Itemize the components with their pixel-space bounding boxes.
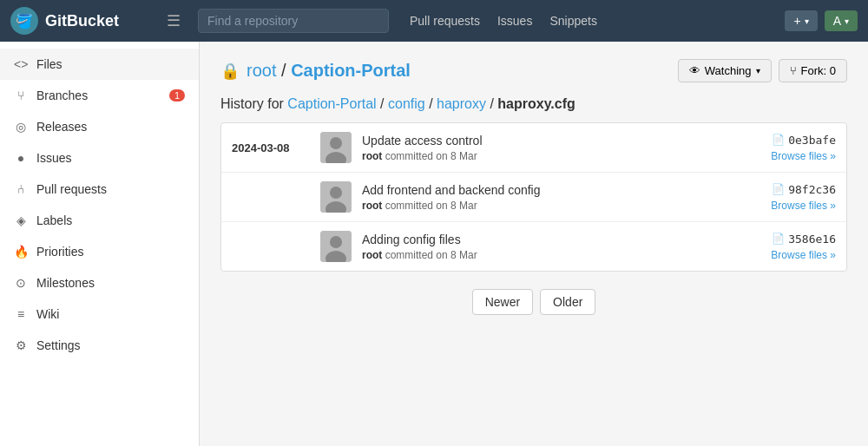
older-button[interactable]: Older [540,289,595,315]
fork-button[interactable]: ⑂ Fork: 0 [779,59,847,82]
commit-message-2: Adding config files [362,233,760,246]
avatar [320,181,352,213]
sidebar-item-files[interactable]: <> Files [0,49,199,80]
navbar: 🪣 GitBucket ☰ Pull requests Issues Snipp… [0,0,868,42]
commit-date-text-0: committed on 8 Mar [385,150,477,162]
browse-files-link-2[interactable]: Browse files » [771,249,836,261]
wiki-icon: ≡ [14,307,28,321]
commit-date-0: 2024-03-08 [232,141,310,154]
sidebar-item-releases[interactable]: ◎ Releases [0,111,199,142]
sidebar-label-files: Files [36,57,62,71]
pull-requests-icon: ⑃ [14,182,28,196]
sidebar-item-issues[interactable]: ● Issues [0,142,199,174]
avatar [320,231,352,262]
sidebar-label-pull-requests: Pull requests [36,182,107,196]
path-sep-2: / [429,96,437,111]
commit-author-1: root [362,200,382,212]
commit-date-text-1: committed on 8 Mar [385,200,477,212]
commit-info: Adding config files root committed on 8 … [362,233,760,261]
history-path-haproxy[interactable]: haproxy [437,96,486,111]
sidebar-label-issues: Issues [36,151,71,165]
sidebar-item-settings[interactable]: ⚙ Settings [0,330,199,361]
plus-label: + [793,14,800,28]
user-chevron-icon: ▾ [845,16,849,26]
history-prefix: History for [220,96,284,111]
brand-link[interactable]: 🪣 GitBucket [10,7,149,35]
commit-author-0: root [362,150,382,162]
sha-value-2: 3586e16 [788,233,836,246]
navbar-actions: + ▾ A ▾ [785,10,858,31]
nav-issues[interactable]: Issues [497,14,532,28]
brand-icon: 🪣 [10,7,38,35]
sidebar-item-milestones[interactable]: ⊙ Milestones [0,267,199,298]
sidebar-item-pull-requests[interactable]: ⑃ Pull requests [0,174,199,205]
history-path-file: haproxy.cfg [497,96,575,111]
commit-sha-2: 📄 3586e16 [772,233,836,246]
commit-author-2: root [362,249,382,261]
commit-actions-2: 📄 3586e16 Browse files » [771,233,836,261]
svg-point-4 [330,187,342,199]
sidebar-label-releases: Releases [36,120,87,134]
commit-message-0: Update access control [362,134,760,148]
branches-badge: 1 [169,89,185,102]
settings-icon: ⚙ [14,338,28,352]
commit-date-text-2: committed on 8 Mar [385,249,477,261]
avatar-image [320,181,352,213]
commit-meta-0: root committed on 8 Mar [362,150,760,162]
nav-pull-requests[interactable]: Pull requests [410,14,480,28]
sidebar-label-priorities: Priorities [36,245,83,259]
priorities-icon: 🔥 [14,245,28,259]
history-path-repo[interactable]: Caption-Portal [287,96,376,111]
avatar-image [320,231,352,262]
issues-icon: ● [14,151,28,165]
sidebar-label-milestones: Milestones [36,276,95,290]
browse-files-link-0[interactable]: Browse files » [771,150,836,162]
user-button[interactable]: A ▾ [825,10,858,31]
search-container [198,9,389,33]
nav-snippets[interactable]: Snippets [549,14,596,28]
breadcrumb-repo[interactable]: Caption-Portal [291,61,411,80]
eye-icon: 👁 [689,64,700,77]
newer-button[interactable]: Newer [472,289,533,315]
avatar [320,132,352,163]
history-heading: History for Caption-Portal / config / ha… [220,96,847,112]
path-sep-3: / [490,96,497,111]
repo-header-actions: 👁 Watching ▾ ⑂ Fork: 0 [678,59,847,82]
sha-value-0: 0e3bafe [788,134,836,147]
file-icon-1: 📄 [772,183,785,195]
fork-label: Fork: 0 [801,64,836,77]
watching-label: Watching [705,64,752,77]
commit-sha-0: 📄 0e3bafe [772,134,836,147]
sidebar-item-branches[interactable]: ⑂ Branches 1 [0,80,199,111]
file-icon-0: 📄 [772,134,785,146]
brand-name: GitBucket [45,12,119,30]
plus-button[interactable]: + ▾ [785,10,817,31]
files-icon: <> [14,57,28,71]
fork-icon: ⑂ [790,64,797,77]
watching-button[interactable]: 👁 Watching ▾ [678,59,772,82]
releases-icon: ◎ [14,120,28,134]
sidebar-item-priorities[interactable]: 🔥 Priorities [0,236,199,267]
user-label: A [833,14,841,28]
table-row: Adding config files root committed on 8 … [221,222,846,271]
breadcrumb-separator: / [281,61,291,80]
breadcrumb: root / Caption-Portal [247,61,411,81]
table-row: 2024-03-08 Update access control root co… [221,123,846,173]
sidebar-item-wiki[interactable]: ≡ Wiki [0,298,199,330]
commit-actions-1: 📄 98f2c36 Browse files » [771,183,836,212]
sidebar-label-wiki: Wiki [36,307,59,321]
commits-table: 2024-03-08 Update access control root co… [220,122,847,272]
browse-files-link-1[interactable]: Browse files » [771,200,836,212]
branches-icon: ⑂ [14,89,28,102]
table-row: Add frontend and backend config root com… [221,173,846,222]
breadcrumb-owner[interactable]: root [247,61,276,80]
hamburger-button[interactable]: ☰ [160,8,187,34]
sidebar: <> Files ⑂ Branches 1 ◎ Releases ● Issue… [0,42,200,446]
path-sep-1: / [380,96,388,111]
sidebar-item-labels[interactable]: ◈ Labels [0,205,199,236]
history-path-config[interactable]: config [388,96,425,111]
pagination: Newer Older [220,289,847,315]
commit-actions-0: 📄 0e3bafe Browse files » [771,134,836,162]
search-input[interactable] [198,9,389,33]
sidebar-label-settings: Settings [36,338,81,352]
